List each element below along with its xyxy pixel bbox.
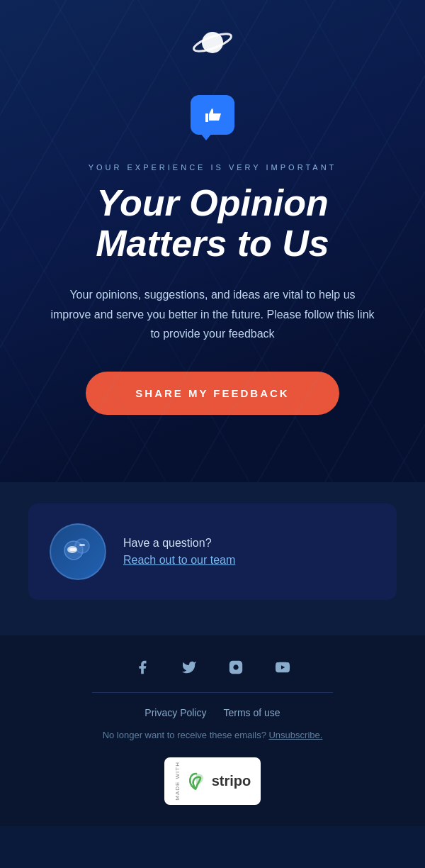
chat-bubbles-icon	[62, 536, 94, 567]
saturn-planet-icon	[191, 21, 234, 64]
question-section: Have a question? Reach out to our team	[0, 482, 425, 635]
footer-section: Privacy Policy Terms of use No longer wa…	[0, 635, 425, 826]
footer-links-row: Privacy Policy Terms of use	[14, 707, 411, 718]
twitter-icon[interactable]	[178, 657, 200, 678]
unsubscribe-link[interactable]: Unsubscribe.	[268, 730, 322, 740]
terms-link[interactable]: Terms of use	[224, 707, 280, 718]
thumbs-up-badge	[191, 95, 234, 135]
svg-rect-5	[69, 548, 76, 551]
social-icons-row	[14, 657, 411, 678]
hero-section: YOUR EXPERIENCE IS VERY IMPORTANT Your O…	[0, 0, 425, 482]
footer-divider	[92, 692, 333, 693]
unsubscribe-text: No longer want to receive these emails? …	[14, 730, 411, 740]
instagram-icon[interactable]	[225, 657, 246, 678]
question-text: Have a question?	[123, 537, 235, 550]
question-card: Have a question? Reach out to our team	[28, 503, 397, 600]
stripo-leaf-icon	[186, 771, 206, 791]
thumbs-up-icon	[201, 104, 224, 126]
privacy-policy-link[interactable]: Privacy Policy	[144, 707, 206, 718]
facebook-icon[interactable]	[132, 657, 153, 678]
stripo-text: stripo	[212, 773, 251, 789]
stripo-badge[interactable]: MADE WITH stripo	[164, 757, 261, 805]
stripo-badge-area: MADE WITH stripo	[14, 757, 411, 805]
thumbs-icon-container	[14, 95, 411, 149]
logo-area	[14, 21, 411, 67]
bg-decoration	[0, 0, 425, 482]
svg-rect-6	[79, 544, 85, 546]
reach-out-link[interactable]: Reach out to our team	[123, 554, 235, 566]
youtube-icon[interactable]	[272, 657, 293, 678]
question-text-area: Have a question? Reach out to our team	[123, 537, 235, 567]
made-with-label: MADE WITH	[174, 762, 181, 801]
chat-icon-circle	[50, 523, 106, 580]
